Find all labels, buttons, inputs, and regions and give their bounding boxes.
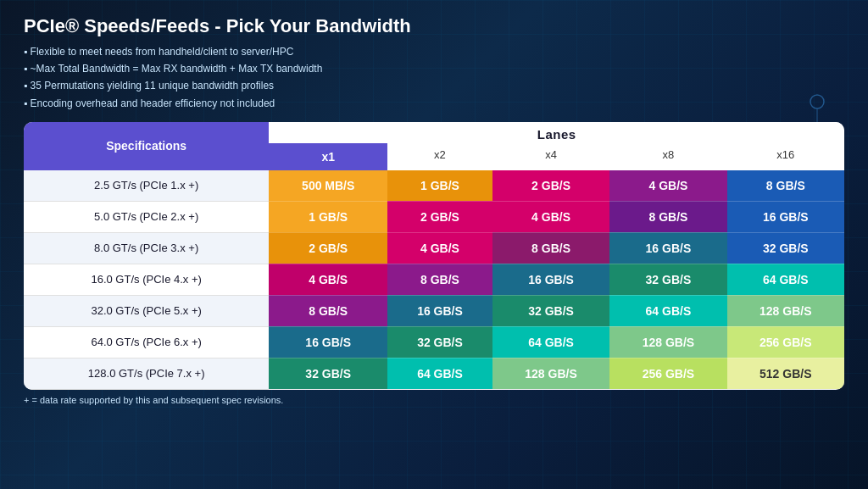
bandwidth-cell: 500 MB/S: [269, 170, 387, 202]
bandwidth-cell: 32 GB/S: [727, 232, 844, 264]
lanes-label: Lanes: [269, 122, 844, 143]
spec-cell: 32.0 GT/s (PCIe 5.x +): [24, 295, 269, 326]
table-row: 2.5 GT/s (PCIe 1.x +)500 MB/S1 GB/S2 GB/…: [24, 170, 844, 202]
spec-cell: 5.0 GT/s (PCIe 2.x +): [24, 201, 269, 232]
lane-x8: x8: [609, 143, 726, 170]
bandwidth-cell: 4 GB/S: [269, 264, 387, 295]
bandwidth-cell: 8 GB/S: [492, 232, 609, 264]
table-row: 8.0 GT/s (PCIe 3.x +)2 GB/S4 GB/S8 GB/S1…: [24, 232, 844, 264]
bandwidth-cell: 16 GB/S: [269, 326, 387, 358]
bandwidth-cell: 4 GB/S: [387, 232, 492, 264]
bandwidth-cell: 32 GB/S: [492, 295, 609, 326]
bullet-points: ▪ Flexible to meet needs from handheld/c…: [24, 44, 844, 112]
table-row: 16.0 GT/s (PCIe 4.x +)4 GB/S8 GB/S16 GB/…: [24, 264, 844, 295]
bandwidth-cell: 16 GB/S: [492, 264, 609, 295]
bandwidth-cell: 128 GB/S: [492, 358, 609, 389]
spec-cell: 64.0 GT/s (PCIe 6.x +): [24, 326, 269, 358]
bandwidth-cell: 32 GB/S: [269, 358, 387, 389]
bandwidth-cell: 512 GB/S: [727, 358, 844, 389]
footnote: + = data rate supported by this and subs…: [24, 395, 844, 405]
lane-x16: x16: [727, 143, 844, 170]
lane-x1: x1: [269, 143, 387, 170]
bandwidth-cell: 2 GB/S: [387, 201, 492, 232]
bandwidth-cell: 128 GB/S: [727, 295, 844, 326]
bandwidth-cell: 64 GB/S: [492, 326, 609, 358]
bandwidth-cell: 64 GB/S: [727, 264, 844, 295]
bandwidth-cell: 128 GB/S: [609, 326, 726, 358]
spec-column-header: Specifications: [24, 122, 269, 170]
bandwidth-cell: 4 GB/S: [492, 201, 609, 232]
table-row: 128.0 GT/s (PCIe 7.x +)32 GB/S64 GB/S128…: [24, 358, 844, 389]
main-title: PCIe® Speeds/Feeds - Pick Your Bandwidth: [24, 15, 844, 37]
bandwidth-table: Specifications Lanes x1 x2 x4 x8 x16 2.5…: [24, 122, 844, 390]
bandwidth-cell: 16 GB/S: [727, 201, 844, 232]
spec-cell: 8.0 GT/s (PCIe 3.x +): [24, 232, 269, 264]
lanes-header-row: Specifications Lanes: [24, 122, 844, 143]
table-row: 32.0 GT/s (PCIe 5.x +)8 GB/S16 GB/S32 GB…: [24, 295, 844, 326]
lane-x2: x2: [387, 143, 492, 170]
bandwidth-cell: 64 GB/S: [609, 295, 726, 326]
table-row: 5.0 GT/s (PCIe 2.x +)1 GB/S2 GB/S4 GB/S8…: [24, 201, 844, 232]
bandwidth-cell: 256 GB/S: [609, 358, 726, 389]
bandwidth-cell: 8 GB/S: [609, 201, 726, 232]
bandwidth-cell: 8 GB/S: [727, 170, 844, 202]
bandwidth-cell: 256 GB/S: [727, 326, 844, 358]
spec-cell: 128.0 GT/s (PCIe 7.x +): [24, 358, 269, 389]
bandwidth-cell: 2 GB/S: [492, 170, 609, 202]
bandwidth-cell: 32 GB/S: [609, 264, 726, 295]
bandwidth-cell: 8 GB/S: [387, 264, 492, 295]
bandwidth-cell: 16 GB/S: [609, 232, 726, 264]
bandwidth-cell: 1 GB/S: [269, 201, 387, 232]
bandwidth-cell: 1 GB/S: [387, 170, 492, 202]
bandwidth-cell: 4 GB/S: [609, 170, 726, 202]
bandwidth-cell: 32 GB/S: [387, 326, 492, 358]
bandwidth-cell: 16 GB/S: [387, 295, 492, 326]
table-row: 64.0 GT/s (PCIe 6.x +)16 GB/S32 GB/S64 G…: [24, 326, 844, 358]
spec-cell: 16.0 GT/s (PCIe 4.x +): [24, 264, 269, 295]
spec-cell: 2.5 GT/s (PCIe 1.x +): [24, 170, 269, 202]
bandwidth-cell: 64 GB/S: [387, 358, 492, 389]
bandwidth-cell: 8 GB/S: [269, 295, 387, 326]
lane-x4: x4: [492, 143, 609, 170]
bandwidth-cell: 2 GB/S: [269, 232, 387, 264]
